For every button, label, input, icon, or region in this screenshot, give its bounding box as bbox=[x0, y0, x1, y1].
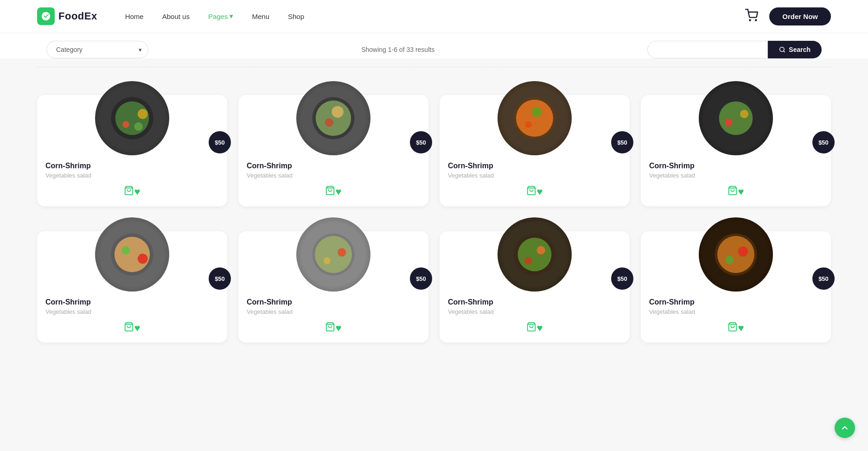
product-info: Corn-Shrimp Vegetables salad bbox=[440, 292, 630, 322]
product-image-wrap: $50 bbox=[440, 81, 630, 155]
wishlist-icon[interactable]: ♥ bbox=[738, 186, 744, 198]
product-info: Corn-Shrimp Vegetables salad bbox=[238, 292, 428, 322]
product-info: Corn-Shrimp Vegetables salad bbox=[37, 155, 227, 185]
price-badge: $50 bbox=[812, 267, 835, 290]
nav-about[interactable]: About us bbox=[162, 13, 190, 20]
product-info: Corn-Shrimp Vegetables salad bbox=[238, 155, 428, 185]
product-name: Corn-Shrimp bbox=[448, 162, 621, 170]
order-now-button[interactable]: Order Now bbox=[769, 7, 831, 25]
wishlist-icon[interactable]: ♥ bbox=[738, 322, 744, 334]
add-to-cart-icon[interactable] bbox=[325, 322, 335, 334]
product-image-wrap: $50 bbox=[238, 81, 428, 155]
svg-point-23 bbox=[725, 119, 732, 126]
svg-point-11 bbox=[316, 101, 351, 136]
product-image bbox=[95, 217, 169, 292]
wishlist-icon[interactable]: ♥ bbox=[536, 186, 542, 198]
add-to-cart-icon[interactable] bbox=[124, 185, 134, 198]
product-image bbox=[296, 81, 370, 155]
nav-right: Order Now bbox=[745, 7, 831, 25]
svg-point-7 bbox=[122, 121, 129, 128]
logo[interactable]: FoodEx bbox=[37, 7, 97, 25]
product-image-wrap: $50 bbox=[37, 217, 227, 292]
add-to-cart-icon[interactable] bbox=[728, 322, 738, 334]
product-info: Corn-Shrimp Vegetables salad bbox=[440, 155, 630, 185]
add-to-cart-icon[interactable] bbox=[728, 185, 738, 198]
svg-point-36 bbox=[518, 238, 552, 272]
nav-pages[interactable]: Pages ▾ bbox=[208, 12, 234, 20]
product-grid: $50 Corn-Shrimp Vegetables salad ♥ bbox=[0, 67, 868, 361]
add-to-cart-icon[interactable] bbox=[526, 322, 536, 334]
nav-home[interactable]: Home bbox=[125, 13, 144, 20]
search-button[interactable]: Search bbox=[768, 41, 822, 58]
svg-point-1 bbox=[755, 19, 756, 20]
product-name: Corn-Shrimp bbox=[247, 162, 420, 170]
product-actions: ♥ bbox=[719, 322, 752, 334]
svg-point-42 bbox=[738, 247, 748, 257]
category-filter-wrap: Category Salads Pasta Grilled ▾ bbox=[46, 41, 148, 58]
product-card: $50 Corn-Shrimp Vegetables salad ♥ bbox=[37, 231, 227, 343]
product-image bbox=[95, 81, 169, 155]
product-card: $50 Corn-Shrimp Vegetables salad ♥ bbox=[37, 95, 227, 206]
svg-point-41 bbox=[717, 236, 754, 273]
food-svg bbox=[109, 231, 155, 278]
product-subtitle: Vegetables salad bbox=[247, 172, 420, 179]
nav-shop[interactable]: Shop bbox=[288, 13, 304, 20]
price-badge: $50 bbox=[812, 131, 835, 153]
product-actions: ♥ bbox=[518, 185, 551, 198]
category-select[interactable]: Category Salads Pasta Grilled bbox=[46, 41, 148, 58]
product-subtitle: Vegetables salad bbox=[448, 308, 621, 315]
search-input[interactable] bbox=[647, 41, 768, 58]
svg-point-27 bbox=[138, 254, 148, 264]
product-subtitle: Vegetables salad bbox=[45, 172, 219, 179]
product-card: $50 Corn-Shrimp Vegetables salad ♥ bbox=[641, 231, 831, 343]
add-to-cart-icon[interactable] bbox=[124, 322, 134, 334]
product-subtitle: Vegetables salad bbox=[45, 308, 219, 315]
product-card: $50 Corn-Shrimp Vegetables salad ♥ bbox=[440, 231, 630, 343]
nav-menu[interactable]: Menu bbox=[252, 13, 269, 20]
add-to-cart-icon[interactable] bbox=[325, 185, 335, 198]
product-actions: ♥ bbox=[719, 185, 752, 198]
brand-name: FoodEx bbox=[58, 10, 97, 22]
filter-bar: Category Salads Pasta Grilled ▾ Showing … bbox=[0, 32, 868, 58]
price-badge: $50 bbox=[410, 131, 432, 153]
svg-point-21 bbox=[719, 102, 753, 135]
food-svg bbox=[109, 95, 155, 141]
food-svg bbox=[310, 95, 357, 141]
nav-links: Home About us Pages ▾ Menu Shop bbox=[125, 12, 746, 20]
product-card: $50 Corn-Shrimp Vegetables salad ♥ bbox=[238, 95, 428, 206]
wishlist-icon[interactable]: ♥ bbox=[134, 186, 140, 198]
product-actions: ♥ bbox=[317, 322, 350, 334]
product-image-wrap: $50 bbox=[641, 217, 831, 292]
results-count: Showing 1-6 of 33 results bbox=[361, 46, 434, 53]
product-subtitle: Vegetables salad bbox=[649, 172, 823, 179]
wishlist-icon[interactable]: ♥ bbox=[335, 322, 341, 334]
price-badge: $50 bbox=[611, 131, 633, 153]
product-image-wrap: $50 bbox=[37, 81, 227, 155]
svg-line-3 bbox=[784, 51, 785, 52]
svg-point-18 bbox=[525, 121, 532, 128]
logo-icon bbox=[37, 7, 55, 25]
product-image bbox=[699, 81, 773, 155]
wishlist-icon[interactable]: ♥ bbox=[536, 322, 542, 334]
product-image bbox=[498, 217, 572, 292]
price-badge: $50 bbox=[209, 267, 231, 290]
svg-point-8 bbox=[134, 122, 143, 131]
cart-button[interactable] bbox=[745, 9, 758, 24]
svg-point-13 bbox=[325, 118, 333, 127]
product-actions: ♥ bbox=[115, 185, 148, 198]
price-badge: $50 bbox=[209, 131, 231, 153]
navbar: FoodEx Home About us Pages ▾ Menu Shop O… bbox=[0, 0, 868, 32]
food-svg bbox=[511, 231, 558, 278]
product-name: Corn-Shrimp bbox=[45, 162, 219, 170]
add-to-cart-icon[interactable] bbox=[526, 185, 536, 198]
svg-point-32 bbox=[338, 248, 346, 256]
wishlist-icon[interactable]: ♥ bbox=[134, 322, 140, 334]
price-badge: $50 bbox=[611, 267, 633, 290]
food-svg bbox=[713, 95, 759, 141]
product-card: $50 Corn-Shrimp Vegetables salad ♥ bbox=[238, 231, 428, 343]
wishlist-icon[interactable]: ♥ bbox=[335, 186, 341, 198]
food-svg bbox=[713, 231, 759, 278]
svg-point-31 bbox=[315, 236, 352, 273]
product-name: Corn-Shrimp bbox=[649, 298, 823, 306]
product-info: Corn-Shrimp Vegetables salad bbox=[641, 155, 831, 185]
